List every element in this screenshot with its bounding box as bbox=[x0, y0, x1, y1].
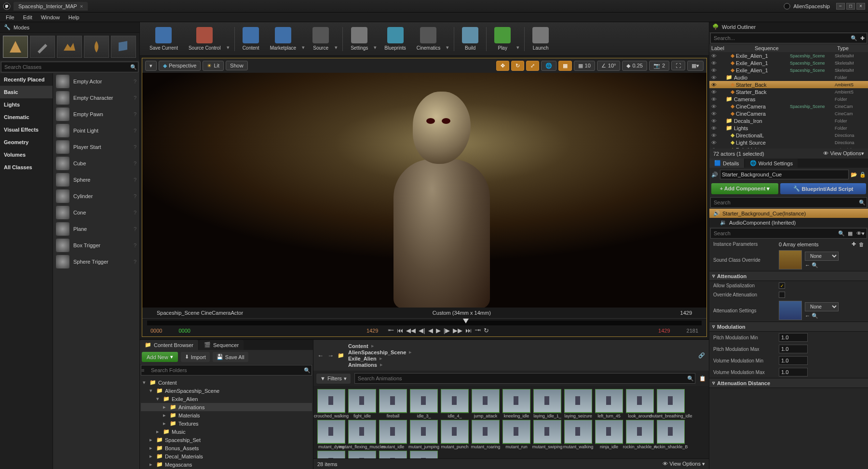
menu-window[interactable]: Window bbox=[37, 13, 64, 21]
outliner-row[interactable]: 👁◆Exile_Alien_1Spaceship_SceneSkeletalM bbox=[709, 52, 868, 59]
tl-goto-start-icon[interactable]: ⭰ bbox=[388, 327, 394, 334]
search-icon[interactable]: 🔍 bbox=[686, 374, 695, 383]
visibility-icon[interactable]: 👁 bbox=[711, 118, 718, 124]
actor-item[interactable]: Point Light? bbox=[53, 122, 139, 139]
outliner-row[interactable]: 👁◆CineCameraCineCam bbox=[709, 110, 868, 117]
clear-icon[interactable]: 🗑 bbox=[859, 241, 864, 247]
actor-item[interactable]: Box Trigger? bbox=[53, 237, 139, 254]
viewport-canvas[interactable] bbox=[142, 73, 706, 308]
outliner-row[interactable]: 👁📁Decals_IronFolder bbox=[709, 117, 868, 124]
property-search-input[interactable] bbox=[711, 228, 837, 238]
vol-max-input[interactable] bbox=[779, 368, 808, 376]
viewport-menu[interactable]: ▾ bbox=[145, 61, 157, 71]
visibility-icon[interactable]: 👁 bbox=[711, 125, 718, 131]
outliner-view-options[interactable]: 👁 View Options▾ bbox=[823, 150, 864, 157]
content-browser-tab[interactable]: 📁Content Browser bbox=[140, 340, 198, 350]
add-new-button[interactable]: Add New ▾ bbox=[142, 352, 178, 362]
paint-mode-icon[interactable] bbox=[30, 36, 55, 58]
show-menu[interactable]: Show bbox=[226, 61, 248, 70]
actor-item[interactable]: Cube? bbox=[53, 155, 139, 172]
tl-prev-icon[interactable]: ◀◀ bbox=[406, 327, 416, 334]
snap-surface-icon[interactable]: ▦ bbox=[558, 61, 572, 71]
asset-item[interactable]: jump_attack bbox=[471, 389, 501, 419]
asset-item[interactable]: mutant_roaring bbox=[471, 420, 501, 450]
tl-step-back-icon[interactable]: ◀| bbox=[419, 327, 425, 334]
view-mode-perspective[interactable]: ◆Perspective bbox=[159, 61, 201, 71]
help-icon[interactable]: ? bbox=[134, 79, 136, 84]
sort-icon[interactable]: 📋 bbox=[699, 375, 706, 382]
override-atten-checkbox[interactable] bbox=[779, 292, 785, 298]
asset-item[interactable]: rockin_shackle_B bbox=[656, 420, 686, 450]
coord-icon[interactable]: 🌐 bbox=[541, 61, 556, 71]
section-atten-distance[interactable]: ▿ Attenuation Distance bbox=[709, 378, 868, 388]
view-options-button[interactable]: 👁 View Options ▾ bbox=[663, 461, 705, 467]
asset-item[interactable]: idle_4_ bbox=[440, 389, 470, 419]
actor-item[interactable]: Empty Actor? bbox=[53, 73, 139, 90]
search-folders-input[interactable] bbox=[148, 365, 303, 375]
browse-icon[interactable]: 📂 bbox=[851, 172, 857, 178]
menu-help[interactable]: Help bbox=[65, 13, 83, 21]
asset-item[interactable]: left_turn_45 bbox=[594, 389, 624, 419]
visibility-icon[interactable]: 👁 bbox=[711, 67, 718, 73]
actor-name-input[interactable] bbox=[720, 170, 849, 179]
lock-icon[interactable]: 🔒 bbox=[859, 172, 866, 178]
vol-min-input[interactable] bbox=[779, 356, 808, 365]
asset-item[interactable]: sitting_idle bbox=[316, 451, 346, 458]
outliner-row[interactable]: 👁◆Light SourceDirectiona bbox=[709, 139, 868, 146]
actor-item[interactable]: Sphere? bbox=[53, 172, 139, 188]
place-mode-icon[interactable] bbox=[3, 36, 28, 58]
outliner-row[interactable]: 👁◆DirectionalLDirectiona bbox=[709, 132, 868, 139]
toolbar-launch[interactable]: Launch bbox=[528, 24, 554, 54]
map-tab[interactable]: Spaceship_Interior_MAP × bbox=[14, 2, 88, 11]
asset-item[interactable]: mutant_jumping bbox=[409, 420, 439, 450]
asset-item[interactable]: mutant_walking bbox=[563, 420, 593, 450]
toolbar-source-control[interactable]: Source Control bbox=[184, 24, 226, 54]
maximize-button[interactable]: □ bbox=[846, 3, 855, 10]
toolbar-dropdown-icon[interactable]: ▾ bbox=[516, 44, 521, 51]
category-item[interactable]: Lights bbox=[0, 98, 53, 111]
search-assets-input[interactable] bbox=[355, 374, 686, 383]
search-icon[interactable]: 🔍 bbox=[303, 366, 312, 375]
toolbar-dropdown-icon[interactable]: ▾ bbox=[446, 44, 451, 51]
toolbar-play[interactable]: Play bbox=[489, 24, 515, 54]
component-search-input[interactable] bbox=[711, 198, 858, 207]
layout-icon[interactable]: ▦▾ bbox=[687, 61, 704, 71]
eye-icon[interactable]: 👁▾ bbox=[854, 230, 867, 237]
add-component-button[interactable]: + Add Component ▾ bbox=[711, 183, 778, 194]
help-icon[interactable]: ? bbox=[134, 161, 136, 166]
asset-item[interactable]: mutant_punch bbox=[440, 420, 470, 450]
maximize-viewport-icon[interactable]: ⛶ bbox=[671, 61, 685, 70]
browse-icon[interactable]: 🔍 bbox=[812, 262, 818, 268]
search-icon[interactable]: 🔍 bbox=[850, 34, 858, 42]
visibility-icon[interactable]: 👁 bbox=[711, 111, 718, 117]
breadcrumb-item[interactable]: Content ▸ bbox=[348, 343, 412, 349]
actor-item[interactable]: Sphere Trigger? bbox=[53, 254, 139, 270]
visibility-icon[interactable]: 👁 bbox=[711, 133, 718, 138]
scale-snap[interactable]: ◆ 0.25 bbox=[622, 61, 647, 71]
browse-icon[interactable]: 🔍 bbox=[812, 313, 818, 319]
visibility-icon[interactable]: 👁 bbox=[711, 89, 718, 95]
visibility-icon[interactable]: 👁 bbox=[711, 82, 718, 88]
minimize-button[interactable]: − bbox=[836, 3, 845, 10]
world-settings-tab[interactable]: 🌐World Settings bbox=[745, 159, 798, 168]
outliner-row[interactable]: 👁◆Starter_BackAmbientS bbox=[709, 88, 868, 95]
asset-item[interactable]: rockin_shackle_A bbox=[625, 420, 655, 450]
help-icon[interactable]: ? bbox=[134, 128, 136, 134]
outliner-row[interactable]: 👁◆Exile_Alien_1Spaceship_SceneSkeletalM bbox=[709, 67, 868, 74]
filters-button[interactable]: ▼ Filters ▾ bbox=[316, 374, 351, 384]
outliner-row[interactable]: 👁📁CamerasFolder bbox=[709, 95, 868, 103]
help-icon[interactable]: ? bbox=[134, 210, 136, 215]
tl-loop-icon[interactable]: ↻ bbox=[484, 327, 489, 334]
tree-item[interactable]: ▸📁Bonus_Assets bbox=[141, 444, 312, 452]
toolbar-dropdown-icon[interactable]: ▾ bbox=[302, 44, 307, 51]
use-icon[interactable]: ← bbox=[805, 262, 810, 268]
tl-next-icon[interactable]: ▶▶ bbox=[453, 327, 462, 334]
tl-next-key-icon[interactable]: ⏭ bbox=[465, 327, 472, 334]
tl-play-icon[interactable]: ▶ bbox=[436, 327, 441, 334]
outliner-search-input[interactable] bbox=[711, 33, 850, 43]
menu-edit[interactable]: Edit bbox=[19, 13, 36, 21]
visibility-icon[interactable]: 👁 bbox=[711, 104, 718, 109]
atten-thumb[interactable] bbox=[779, 301, 802, 320]
visibility-icon[interactable]: 👁 bbox=[711, 53, 718, 59]
actor-item[interactable]: Empty Pawn? bbox=[53, 106, 139, 122]
